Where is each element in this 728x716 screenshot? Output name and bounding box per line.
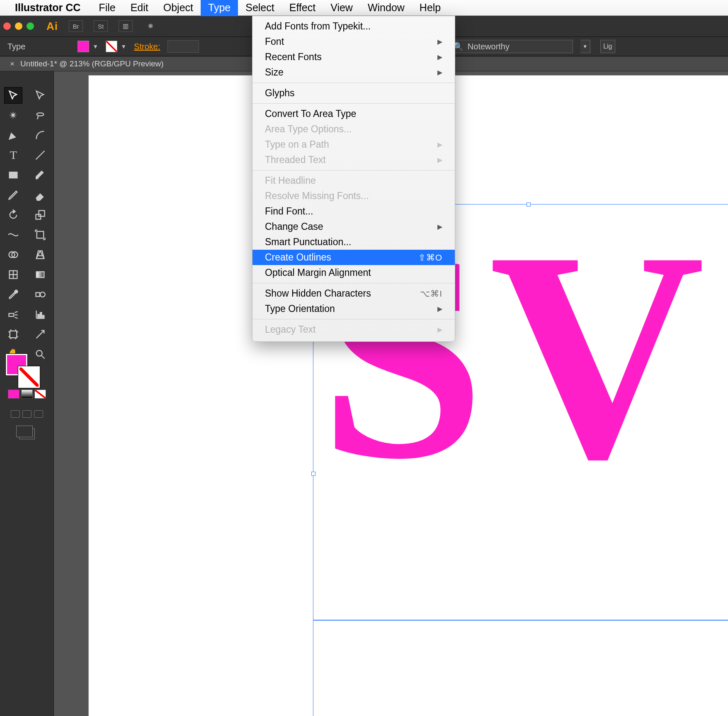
menu-item-label: Optical Margin Alignment [265,267,371,278]
menu-file[interactable]: File [91,0,123,16]
draw-behind-icon[interactable] [22,410,32,418]
menu-item-resolve-missing-fonts: Resolve Missing Fonts... [252,188,455,204]
perspective-tool-icon[interactable] [31,246,49,263]
menu-item-show-hidden-characters[interactable]: Show Hidden Characters⌥⌘I [252,286,455,301]
screen-mode-icon[interactable] [19,426,35,442]
pencil-tool-icon[interactable] [4,187,22,203]
menu-item-label: Area Type Options... [265,124,352,135]
rectangle-tool-icon[interactable] [4,167,22,183]
menu-item-legacy-text: Legacy Text▶ [252,322,455,337]
shape-builder-tool-icon[interactable] [4,246,22,263]
selection-tool-icon[interactable] [4,87,22,104]
svg-rect-15 [10,331,17,338]
font-family-dropdown[interactable]: 🔍 Noteworthy [449,40,573,53]
menu-view[interactable]: View [323,0,360,16]
window-zoom-button[interactable] [27,22,34,30]
menu-window[interactable]: Window [360,0,412,16]
width-tool-icon[interactable] [4,226,22,243]
svg-rect-9 [36,292,39,296]
menu-item-label: Size [265,67,284,78]
active-tool-label: Type [7,42,25,51]
eraser-tool-icon[interactable] [31,187,49,203]
menu-item-threaded-text: Threaded Text▶ [252,152,455,168]
color-mode-none-icon[interactable] [34,390,46,399]
menu-item-find-font[interactable]: Find Font... [252,204,455,219]
menu-item-size[interactable]: Size▶ [252,65,455,80]
menu-select[interactable]: Select [238,0,281,16]
magic-wand-tool-icon[interactable]: ✴ [4,107,22,124]
menu-item-shortcut: ⇧⌘O [418,253,442,263]
window-minimize-button[interactable] [15,22,22,30]
menu-type[interactable]: Type [201,0,238,16]
menu-item-create-outlines[interactable]: Create Outlines⇧⌘O [252,250,455,265]
gradient-tool-icon[interactable] [31,266,49,283]
rotate-tool-icon[interactable] [4,207,22,223]
svg-rect-11 [9,314,14,317]
pen-tool-icon[interactable] [4,127,22,144]
paintbrush-tool-icon[interactable] [31,167,49,183]
menu-item-convert-to-area-type[interactable]: Convert To Area Type [252,106,455,122]
lasso-tool-icon[interactable] [31,107,49,124]
menu-item-glyphs[interactable]: Glyphs [252,85,455,101]
menu-effect[interactable]: Effect [282,0,323,16]
resize-handle[interactable] [527,202,531,207]
font-family-value: Noteworthy [468,42,510,51]
stroke-panel-link[interactable]: Stroke: [134,42,160,51]
mesh-tool-icon[interactable] [4,266,22,283]
type-tool-icon[interactable]: T [4,147,22,163]
menu-item-shortcut: ⌥⌘I [420,289,442,299]
menu-item-label: Glyphs [265,88,295,99]
fill-dropdown-icon[interactable]: ▼ [92,43,98,50]
stroke-color-icon[interactable] [18,366,40,388]
menu-item-label: Type on a Path [265,139,329,150]
draw-normal-icon[interactable] [11,410,20,418]
menu-item-recent-fonts[interactable]: Recent Fonts▶ [252,49,455,65]
menu-item-optical-margin-alignment[interactable]: Optical Margin Alignment [252,265,455,280]
blend-tool-icon[interactable] [31,286,49,303]
menu-item-smart-punctuation[interactable]: Smart Punctuation... [252,234,455,250]
line-tool-icon[interactable] [31,147,49,163]
artboard-tool-icon[interactable] [4,326,22,343]
eyedropper-tool-icon[interactable] [4,286,22,303]
svg-rect-3 [37,231,44,238]
slice-tool-icon[interactable] [31,326,49,343]
stroke-weight-field[interactable] [167,40,199,53]
menu-help[interactable]: Help [412,0,448,16]
menu-item-label: Resolve Missing Fonts... [265,190,369,202]
menu-item-label: Type Orientation [265,303,335,314]
bridge-icon[interactable]: Br [69,20,83,32]
menu-item-type-orientation[interactable]: Type Orientation▶ [252,301,455,317]
submenu-arrow-icon: ▶ [437,38,442,46]
curvature-tool-icon[interactable] [31,127,49,144]
menu-item-add-fonts-from-typekit[interactable]: Add Fonts from Typekit... [252,19,455,34]
menu-item-change-case[interactable]: Change Case▶ [252,219,455,234]
close-tab-icon[interactable]: × [10,59,15,68]
resize-handle[interactable] [311,472,315,476]
menu-object[interactable]: Object [156,0,201,16]
menu-item-label: Add Fonts from Typekit... [265,21,371,32]
direct-selection-tool-icon[interactable] [31,87,49,104]
stock-icon[interactable]: St [94,20,108,32]
menu-item-label: Create Outlines [265,252,331,263]
stroke-swatch[interactable] [106,41,117,52]
illustrator-logo-icon: Ai [46,20,58,33]
document-tab-title[interactable]: Untitled-1* @ 213% (RGB/GPU Preview) [20,59,164,68]
arrange-documents-icon[interactable]: ▥ [119,20,133,32]
menu-edit[interactable]: Edit [123,0,156,16]
menu-item-label: Smart Punctuation... [265,236,351,248]
gpu-icon[interactable]: ❋ [143,20,158,32]
menu-item-font[interactable]: Font▶ [252,34,455,49]
window-close-button[interactable] [3,22,11,30]
svg-rect-2 [39,211,44,217]
graph-tool-icon[interactable] [31,306,49,323]
stroke-dropdown-icon[interactable]: ▼ [121,43,126,50]
menu-item-area-type-options: Area Type Options... [252,122,455,137]
font-family-caret-icon[interactable]: ▼ [580,40,590,53]
draw-inside-icon[interactable] [34,410,43,418]
font-style-dropdown[interactable]: Lig [600,40,615,53]
symbol-sprayer-tool-icon[interactable] [4,306,22,323]
free-transform-tool-icon[interactable] [31,226,49,243]
fill-swatch[interactable] [78,41,89,52]
svg-rect-0 [10,172,17,178]
scale-tool-icon[interactable] [31,207,49,223]
